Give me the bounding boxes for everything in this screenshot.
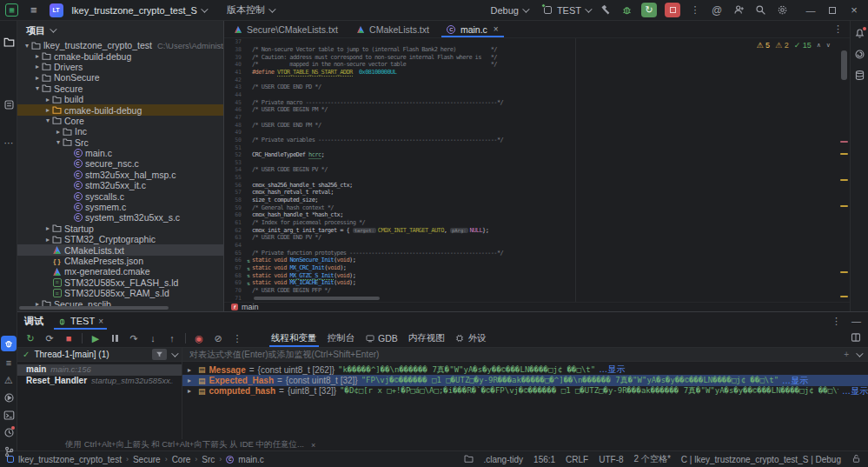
- tree-item-cmakelists-txt[interactable]: CMakeLists.txt: [17, 244, 223, 255]
- tree-item-stm32u585xx-flash-s-ld[interactable]: ≡STM32U585xx_FLASH_s.ld: [17, 277, 223, 288]
- lock-icon[interactable]: [851, 454, 861, 465]
- project-tool-icon[interactable]: [0, 33, 17, 50]
- code-line[interactable]: 68⇅static void MX_GTZC_S_Init(void);: [224, 271, 850, 279]
- line-number[interactable]: 45: [224, 99, 245, 106]
- code-line[interactable]: 47: [224, 114, 850, 122]
- cmake-profile-selector[interactable]: Debug: [490, 5, 527, 16]
- stack-frame-main[interactable]: mainmain.c:156: [17, 364, 182, 376]
- database-tool-icon[interactable]: [851, 66, 868, 83]
- evaluate-expression-input[interactable]: [189, 350, 837, 359]
- step-into-icon[interactable]: ↓: [147, 332, 159, 344]
- line-number[interactable]: 49: [224, 129, 245, 136]
- line-number[interactable]: 41: [224, 69, 245, 76]
- project-panel-header[interactable]: 项目: [17, 21, 223, 40]
- chevron-expanded-icon[interactable]: ▾: [23, 42, 31, 50]
- breadcrumb-item[interactable]: lkey_trustzone_crypto_test: [18, 455, 122, 464]
- editor-tab-main-c[interactable]: Cmain.c×: [438, 21, 507, 37]
- more-tool-windows-icon[interactable]: ⋯: [0, 134, 17, 151]
- breadcrumb-item[interactable]: Core: [172, 455, 191, 464]
- line-number[interactable]: 62: [224, 227, 245, 234]
- build-hammer-icon[interactable]: [598, 3, 612, 17]
- ai-assistant-icon[interactable]: [851, 45, 868, 63]
- editor-vscrollbar[interactable]: [841, 50, 847, 80]
- toolchain-status[interactable]: C | lkey_trustzone_crypto_test_S | Debug: [681, 455, 841, 464]
- vcs-selector[interactable]: 版本控制: [227, 3, 274, 17]
- editor-hscrollbar[interactable]: [254, 297, 380, 300]
- tree-item-stm32u5xx-hal-msp-c[interactable]: Cstm32u5xx_hal_msp.c: [17, 170, 223, 180]
- debug-run-icon[interactable]: [620, 3, 633, 17]
- show-full-value-link[interactable]: …显示: [842, 386, 868, 397]
- tree-item-cmakepresets-json[interactable]: { }CMakePresets.json: [17, 256, 223, 266]
- line-number[interactable]: 47: [224, 114, 245, 121]
- code-line[interactable]: 40/* mapped in the non-secure vector tab…: [224, 61, 850, 69]
- terminal-tool-icon[interactable]: [0, 406, 17, 424]
- debug-view-tab-chip[interactable]: 外设: [450, 330, 492, 347]
- show-full-value-link[interactable]: …显示: [782, 375, 808, 385]
- chevron-expanded-icon[interactable]: ▾: [54, 138, 63, 146]
- debug-view-tab-内存视图[interactable]: 内存视图: [403, 330, 450, 347]
- code-line[interactable]: 60cmox_hash_handle_t *hash_ctx;: [224, 211, 850, 219]
- line-number[interactable]: 63: [224, 234, 245, 241]
- code-line[interactable]: 44: [224, 91, 850, 99]
- services-tool-icon[interactable]: [0, 389, 17, 406]
- tree-item-stm32-cryptographic[interactable]: ▸STM32_Cryptographic: [17, 234, 223, 244]
- chevron-collapsed-icon[interactable]: ▸: [43, 96, 52, 103]
- code-line[interactable]: 41#define VTOR_TABLE_NS_START_ADDR 0x081…: [224, 69, 850, 77]
- show-full-value-link[interactable]: …显示: [599, 364, 625, 375]
- code-line[interactable]: 55: [224, 174, 850, 182]
- add-watch-icon[interactable]: +: [844, 350, 849, 359]
- tree-item-src[interactable]: ▾Src: [17, 137, 223, 148]
- code-line[interactable]: 63/* USER CODE END PV */: [224, 234, 850, 242]
- line-number[interactable]: 39: [224, 54, 245, 61]
- rerun-tests-icon[interactable]: ⟳: [43, 332, 56, 344]
- line-number[interactable]: 71: [224, 295, 245, 302]
- dismiss-tip-icon[interactable]: ×: [311, 441, 315, 450]
- line-number[interactable]: 51: [224, 144, 245, 151]
- gutter-navigate-icon[interactable]: ⇅: [245, 265, 252, 271]
- step-out-icon[interactable]: ↑: [166, 332, 178, 344]
- code-line[interactable]: 67⇅static void MX_CRC_Init(void);: [224, 264, 850, 272]
- breadcrumb-item[interactable]: main.c: [238, 455, 263, 464]
- tree-item-core[interactable]: ▾Core: [17, 116, 223, 126]
- line-number[interactable]: 50: [224, 137, 245, 143]
- code-line[interactable]: 56cmox_sha256_handle_t sha256_ctx;: [224, 181, 850, 189]
- chevron-expanded-icon[interactable]: ▾: [33, 84, 42, 92]
- stop-debug-icon[interactable]: ■: [63, 332, 75, 344]
- tree-item-build[interactable]: ▸build: [17, 94, 223, 104]
- breadcrumb-item[interactable]: Secure: [133, 455, 161, 464]
- line-number[interactable]: 44: [224, 91, 245, 98]
- mute-breakpoints-icon[interactable]: ⊘: [212, 332, 224, 344]
- structure-tool-icon[interactable]: ≡: [0, 354, 17, 371]
- gutter-navigate-icon[interactable]: ⇅: [245, 272, 252, 278]
- line-number[interactable]: 55: [224, 174, 245, 181]
- inspections-widget[interactable]: ⚠ 5 ⚠ 2 ✓ 15 ∧ ∨: [757, 41, 833, 50]
- code-line[interactable]: 53: [224, 159, 850, 167]
- code-line[interactable]: 48/* USER CODE END PM */: [224, 121, 850, 129]
- line-number[interactable]: 53: [224, 159, 245, 166]
- tree-item-cmake-build-debug[interactable]: ▸cmake-build-debug: [17, 104, 223, 115]
- code-line[interactable]: 46/* USER CODE BEGIN PM */: [224, 106, 850, 114]
- caret-position[interactable]: 156:1: [533, 455, 555, 464]
- tree-item-system-stm32u5xx-s-c[interactable]: Csystem_stm32u5xx_s.c: [17, 212, 223, 223]
- code-line[interactable]: 62cmox_init_arg_t init_target = { target…: [224, 226, 850, 234]
- line-number[interactable]: 65: [224, 250, 245, 257]
- line-number[interactable]: 69: [224, 279, 245, 286]
- line-number[interactable]: 70: [224, 287, 245, 294]
- code-line[interactable]: 64: [224, 242, 850, 250]
- tree-item-mx-generated-cmake[interactable]: mx-generated.cmake: [17, 266, 223, 277]
- resume-icon[interactable]: ▶: [89, 332, 102, 344]
- line-separator[interactable]: CRLF: [566, 455, 588, 464]
- chevron-collapsed-icon[interactable]: ▸: [33, 52, 42, 60]
- code-line[interactable]: 65/* Private function prototypes -------…: [224, 249, 850, 257]
- warning-stripe-mark[interactable]: [840, 296, 848, 297]
- code-line[interactable]: 69⇅static void MX_ICACHE_Init(void);: [224, 279, 850, 287]
- editor-breadcrumb[interactable]: f main: [224, 302, 850, 311]
- chevron-collapsed-icon[interactable]: ▸: [33, 74, 42, 82]
- tree-item-syscalls-c[interactable]: Csyscalls.c: [17, 190, 223, 201]
- gutter-navigate-icon[interactable]: ⇅: [245, 257, 252, 264]
- line-number[interactable]: 64: [224, 242, 245, 249]
- code-line[interactable]: 52CRC_HandleTypeDef hcrc;: [224, 151, 850, 159]
- line-number[interactable]: 60: [224, 211, 245, 218]
- rerun-button[interactable]: ↻: [641, 3, 657, 17]
- close-window-icon[interactable]: ×: [847, 3, 861, 17]
